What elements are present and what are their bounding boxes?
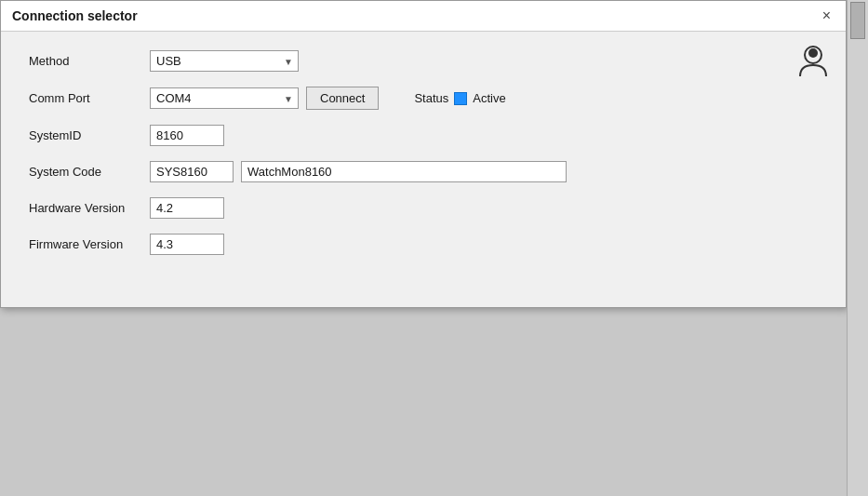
method-select-wrapper[interactable]: USB Serial Network ▼ bbox=[150, 50, 299, 72]
dialog-body: Method USB Serial Network ▼ Comm Port bbox=[1, 32, 846, 307]
dialog-title: Connection selector bbox=[12, 8, 138, 23]
scrollbar-track[interactable] bbox=[850, 2, 865, 496]
close-button[interactable]: × bbox=[819, 8, 835, 23]
hwversion-label: Hardware Version bbox=[29, 201, 150, 215]
commport-row: Comm Port COM4 COM1 COM2 COM3 ▼ Connect … bbox=[29, 87, 818, 110]
commport-select[interactable]: COM4 COM1 COM2 COM3 bbox=[150, 87, 299, 109]
status-text: Active bbox=[473, 91, 505, 105]
hwversion-control bbox=[150, 197, 224, 219]
commport-control: COM4 COM1 COM2 COM3 ▼ Connect Status Act… bbox=[150, 87, 506, 110]
right-scrollbar[interactable] bbox=[847, 0, 868, 496]
syscode-name-input[interactable] bbox=[241, 161, 567, 182]
hwversion-row: Hardware Version bbox=[29, 197, 818, 219]
svg-point-1 bbox=[808, 48, 818, 58]
method-control: USB Serial Network ▼ bbox=[150, 50, 299, 72]
systemid-label: SystemID bbox=[29, 128, 150, 142]
fwversion-row: Firmware Version bbox=[29, 234, 818, 255]
fwversion-label: Firmware Version bbox=[29, 237, 150, 251]
connection-selector-dialog: Connection selector × Method USB bbox=[0, 0, 847, 308]
status-label: Status bbox=[414, 91, 448, 105]
status-area: Status Active bbox=[414, 91, 505, 105]
systemid-row: SystemID bbox=[29, 125, 818, 146]
syscode-row: System Code bbox=[29, 161, 818, 182]
fwversion-input[interactable] bbox=[150, 234, 224, 255]
dialog-titlebar: Connection selector × bbox=[1, 1, 846, 32]
commport-select-wrapper[interactable]: COM4 COM1 COM2 COM3 ▼ bbox=[150, 87, 299, 109]
connect-button[interactable]: Connect bbox=[306, 87, 379, 110]
avatar-icon bbox=[795, 41, 832, 78]
avatar-area bbox=[795, 41, 832, 81]
syscode-control bbox=[150, 161, 567, 182]
scrollbar-thumb[interactable] bbox=[850, 2, 865, 39]
hwversion-input[interactable] bbox=[150, 197, 224, 219]
systemid-control bbox=[150, 125, 224, 146]
status-indicator bbox=[454, 92, 467, 105]
fwversion-control bbox=[150, 234, 224, 255]
method-label: Method bbox=[29, 54, 150, 68]
syscode-input[interactable] bbox=[150, 161, 234, 182]
systemid-input[interactable] bbox=[150, 125, 224, 146]
dialog-wrapper: Connection selector × Method USB bbox=[0, 0, 868, 496]
method-select[interactable]: USB Serial Network bbox=[150, 50, 299, 72]
method-row: Method USB Serial Network ▼ bbox=[29, 50, 818, 72]
commport-label: Comm Port bbox=[29, 91, 150, 105]
syscode-label: System Code bbox=[29, 165, 150, 179]
